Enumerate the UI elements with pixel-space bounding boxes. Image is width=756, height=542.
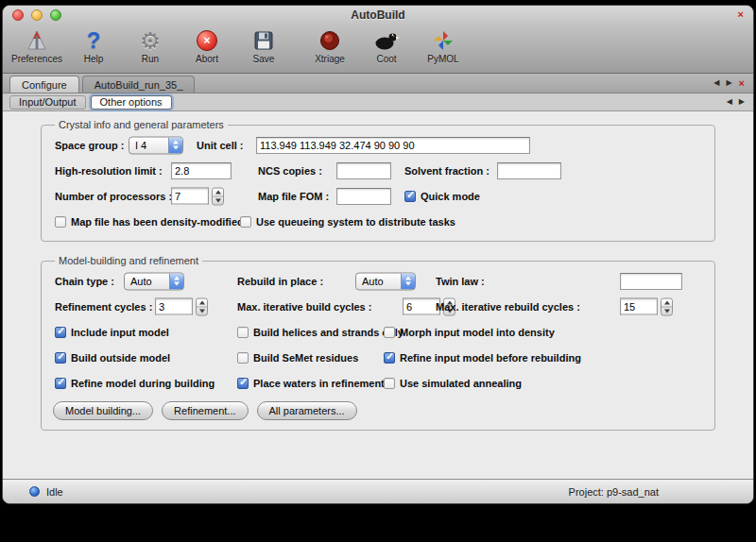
space-group-select[interactable]: I 4 xyxy=(129,136,183,154)
build-cycles-label: Max. iterative build cycles : xyxy=(237,301,371,313)
titlebar-close-tab-icon[interactable]: × xyxy=(738,8,744,20)
refinement-cycles-input[interactable] xyxy=(155,298,193,315)
save-button[interactable]: Save xyxy=(235,27,292,64)
quick-mode-checkbox[interactable]: Quick mode xyxy=(404,191,480,202)
ncs-copies-input[interactable] xyxy=(336,162,391,179)
twin-law-label: Twin law : xyxy=(436,276,485,287)
num-processors-stepper[interactable] xyxy=(212,187,224,205)
checkbox-icon xyxy=(55,352,66,364)
rebuild-in-place-label: Rebuild in place : xyxy=(237,276,323,287)
project-label: Project: p9-sad_nat xyxy=(569,486,659,498)
twin-law-input[interactable] xyxy=(620,273,682,290)
checkbox-icon xyxy=(237,327,249,338)
checkbox-icon xyxy=(384,378,395,389)
xtriage-button[interactable]: Xtriage xyxy=(301,27,358,64)
tab-close-icon[interactable]: × xyxy=(739,78,745,89)
tab-configure[interactable]: Configure xyxy=(9,76,79,93)
page-tab-bar: Input/Output Other options ◀ ▶ xyxy=(3,93,753,111)
tab-input-output[interactable]: Input/Output xyxy=(9,95,86,110)
refinement-cycles-stepper[interactable] xyxy=(196,297,208,315)
tab-autobuild-run-35[interactable]: AutoBuild_run_35_ xyxy=(82,76,196,93)
tab-nav-controls: ◀ ▶ × xyxy=(705,74,753,93)
refine-input-model-checkbox[interactable]: Refine input model before rebuilding xyxy=(384,352,581,364)
run-tab-bar: Configure AutoBuild_run_35_ ◀ ▶ × xyxy=(3,74,753,93)
refinement-button[interactable]: Refinement... xyxy=(162,401,248,420)
space-group-label: Space group : xyxy=(55,140,124,151)
status-text: Idle xyxy=(46,486,63,498)
high-res-input[interactable] xyxy=(171,162,232,179)
map-fom-input[interactable] xyxy=(336,188,391,205)
pymol-icon xyxy=(432,27,455,54)
model-building-group: Model-building and refinement Chain type… xyxy=(41,255,715,431)
build-semet-checkbox[interactable]: Build SeMet residues xyxy=(237,352,358,364)
combo-arrows-icon xyxy=(169,273,183,289)
build-helices-checkbox[interactable]: Build helices and strands only xyxy=(237,327,404,338)
checkbox-icon xyxy=(404,191,416,202)
options-page: Crystal info and general parameters Spac… xyxy=(3,111,753,479)
coot-icon xyxy=(373,27,400,54)
close-button[interactable] xyxy=(12,9,24,21)
include-input-model-checkbox[interactable]: Include input model xyxy=(55,327,169,338)
chain-type-select[interactable]: Auto xyxy=(124,272,184,290)
run-button[interactable]: ⚙ Run xyxy=(122,27,179,64)
model-building-group-title: Model-building and refinement xyxy=(55,255,202,266)
xtriage-icon xyxy=(318,27,341,54)
checkbox-icon xyxy=(237,352,249,364)
num-processors-input[interactable] xyxy=(171,188,209,205)
combo-arrows-icon xyxy=(401,273,415,289)
morph-input-model-checkbox[interactable]: Morph input model into density xyxy=(384,327,555,338)
page-scroll-left-icon[interactable]: ◀ xyxy=(727,98,732,106)
tab-scroll-right-icon[interactable]: ▶ xyxy=(726,79,731,87)
unit-cell-label: Unit cell : xyxy=(197,140,244,151)
all-parameters-button[interactable]: All parameters... xyxy=(257,401,357,420)
queueing-checkbox[interactable]: Use queueing system to distribute tasks xyxy=(240,216,455,228)
simulated-annealing-checkbox[interactable]: Use simulated annealing xyxy=(384,378,522,389)
coot-button[interactable]: Coot xyxy=(358,27,415,64)
run-icon: ⚙ xyxy=(140,27,161,54)
high-res-label: High-resolution limit : xyxy=(55,165,163,177)
pymol-button[interactable]: PyMOL xyxy=(415,27,472,64)
page-tab-nav-controls: ◀ ▶ xyxy=(718,98,753,106)
toolbar: Preferences ? Help ⚙ Run × Abort Save xyxy=(3,25,753,74)
preferences-button[interactable]: Preferences xyxy=(9,27,65,64)
page-scroll-right-icon[interactable]: ▶ xyxy=(739,98,745,106)
checkbox-icon xyxy=(55,327,66,338)
model-building-button[interactable]: Model building... xyxy=(53,401,153,420)
autobuild-window: AutoBuild × Preferences ? Help ⚙ Run × A… xyxy=(3,6,753,503)
rebuild-cycles-input[interactable] xyxy=(620,298,658,315)
status-bar: Idle Project: p9-sad_nat xyxy=(3,479,753,503)
refinement-cycles-label: Refinement cycles : xyxy=(55,301,152,313)
build-outside-model-checkbox[interactable]: Build outside model xyxy=(55,352,170,364)
unit-cell-input[interactable] xyxy=(256,137,530,154)
num-processors-label: Number of processors : xyxy=(55,191,172,202)
zoom-button[interactable] xyxy=(50,9,61,21)
checkbox-icon xyxy=(237,378,249,389)
abort-button[interactable]: × Abort xyxy=(179,27,235,64)
rebuild-in-place-select[interactable]: Auto xyxy=(355,272,416,290)
window-title: AutoBuild xyxy=(3,8,753,22)
checkbox-icon xyxy=(240,216,251,228)
density-modified-checkbox[interactable]: Map file has been density-modified xyxy=(55,216,244,228)
preferences-icon xyxy=(25,27,49,54)
refine-during-building-checkbox[interactable]: Refine model during building xyxy=(55,378,215,389)
abort-icon: × xyxy=(197,27,217,54)
rebuild-cycles-stepper[interactable] xyxy=(661,297,673,315)
minimize-button[interactable] xyxy=(31,9,43,21)
help-button[interactable]: ? Help xyxy=(65,27,122,64)
crystal-info-group: Crystal info and general parameters Spac… xyxy=(41,119,715,242)
rebuild-cycles-label: Max. iterative rebuild cycles : xyxy=(436,301,580,313)
ncs-copies-label: NCS copies : xyxy=(258,165,322,177)
checkbox-icon xyxy=(55,378,66,389)
checkbox-icon xyxy=(384,352,395,364)
status-indicator-icon xyxy=(29,486,40,497)
solvent-fraction-label: Solvent fraction : xyxy=(404,165,490,177)
solvent-fraction-input[interactable] xyxy=(497,162,561,179)
titlebar[interactable]: AutoBuild × xyxy=(3,6,753,25)
map-fom-label: Map file FOM : xyxy=(258,191,329,202)
save-icon xyxy=(252,27,275,54)
place-waters-checkbox[interactable]: Place waters in refinement xyxy=(237,378,385,389)
chain-type-label: Chain type : xyxy=(55,276,114,287)
tab-other-options[interactable]: Other options xyxy=(91,95,172,110)
tab-scroll-left-icon[interactable]: ◀ xyxy=(713,79,719,87)
build-cycles-input[interactable] xyxy=(403,298,440,315)
